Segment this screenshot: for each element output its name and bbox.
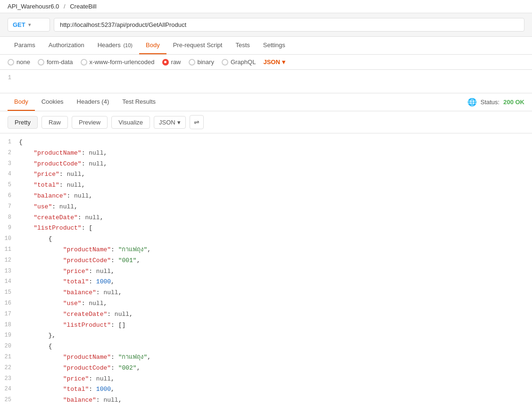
json-line: 8 "createDate": null, [0,213,532,223]
response-tab-test-results[interactable]: Test Results [116,93,162,111]
body-options: none form-data x-www-form-urlencoded raw… [0,55,532,70]
tab-body[interactable]: Body [139,37,166,54]
viewer-btn-pretty[interactable]: Pretty [8,116,38,129]
json-line: 18 "listProduct": [] [0,320,532,331]
json-response: 1{2 "productName": null,3 "productCode":… [0,133,532,405]
json-line: 9 "listProduct": [ [0,223,532,234]
radio-graphql [222,59,228,66]
url-bar: GET ▾ [0,13,532,37]
json-line: 17 "createDate": null, [0,309,532,320]
json-line: 4 "price": null, [0,169,532,180]
breadcrumb-separator: / [64,3,66,10]
viewer-btn-visualize[interactable]: Visualize [111,116,150,129]
radio-none [8,59,14,66]
method-dropdown[interactable]: GET ▾ [8,18,50,32]
json-line: 7 "use": null, [0,202,532,213]
json-line: 1{ [0,137,532,148]
radio-raw [162,59,169,66]
method-chevron: ▾ [28,22,31,27]
viewer-btn-raw[interactable]: Raw [42,116,68,129]
response-json-selector[interactable]: JSON ▾ [154,116,186,129]
radio-form-data [38,59,44,66]
response-viewer-controls: Pretty Raw Preview Visualize JSON ▾ ⇌ [0,111,532,133]
status-area: 🌐 Status: 200 OK [467,98,524,107]
option-urlencoded[interactable]: x-www-form-urlencoded [81,58,155,66]
json-line: 19 }, [0,331,532,341]
json-line: 6 "balance": null, [0,191,532,202]
response-tabs-row: Body Cookies Headers (4) Test Results 🌐 … [0,93,532,111]
tab-pre-request[interactable]: Pre-request Script [166,37,229,54]
tab-tests[interactable]: Tests [229,37,256,54]
json-line: 2 "productName": null, [0,148,532,159]
json-line: 14 "total": 1000, [0,277,532,288]
status-label: Status: [481,99,499,106]
json-line: 11 "productName": "กาแฟถุง", [0,245,532,256]
editor-line: 1 [0,74,532,82]
json-line: 23 "price": null, [0,374,532,385]
radio-binary [189,59,195,66]
url-input[interactable] [54,18,524,32]
request-tabs: Params Authorization Headers (10) Body P… [0,37,532,55]
tab-authorization[interactable]: Authorization [42,37,91,54]
response-tab-cookies[interactable]: Cookies [35,93,70,111]
json-line: 22 "productCode": "002", [0,363,532,374]
json-line: 13 "price": null, [0,266,532,277]
json-line: 5 "total": null, [0,180,532,191]
json-line: 25 "balance": null, [0,395,532,405]
option-graphql[interactable]: GraphQL [222,58,256,66]
json-line: 10 { [0,234,532,245]
wrap-icon[interactable]: ⇌ [190,115,204,129]
tab-headers[interactable]: Headers (10) [91,37,139,54]
response-tab-body[interactable]: Body [8,93,35,111]
globe-icon: 🌐 [467,98,477,107]
breadcrumb: API_Warehousr6.0 / CreateBill [0,0,532,13]
option-binary[interactable]: binary [189,58,214,66]
option-raw[interactable]: raw [162,58,181,66]
option-form-data[interactable]: form-data [38,58,73,66]
radio-urlencoded [81,59,87,66]
json-type-selector[interactable]: JSON ▾ [263,58,285,66]
response-tab-headers[interactable]: Headers (4) [70,93,116,111]
breadcrumb-project[interactable]: API_Warehousr6.0 [8,3,59,10]
viewer-btn-preview[interactable]: Preview [72,116,108,129]
json-line: 21 "productName": "กาแฟถุง", [0,352,532,363]
json-line: 12 "productCode": "001", [0,256,532,266]
request-body-editor[interactable]: 1 [0,70,532,93]
json-line: 3 "productCode": null, [0,159,532,170]
option-none[interactable]: none [8,58,30,66]
tab-params[interactable]: Params [8,37,42,54]
breadcrumb-current: CreateBill [70,3,96,10]
method-label: GET [13,21,25,28]
json-line: 20 { [0,341,532,352]
response-tabs-left: Body Cookies Headers (4) Test Results [8,93,162,111]
json-line: 24 "total": 1000, [0,384,532,395]
tab-settings[interactable]: Settings [257,37,292,54]
status-code: 200 OK [503,99,524,106]
json-line: 16 "use": null, [0,298,532,309]
json-line: 15 "balance": null, [0,288,532,298]
